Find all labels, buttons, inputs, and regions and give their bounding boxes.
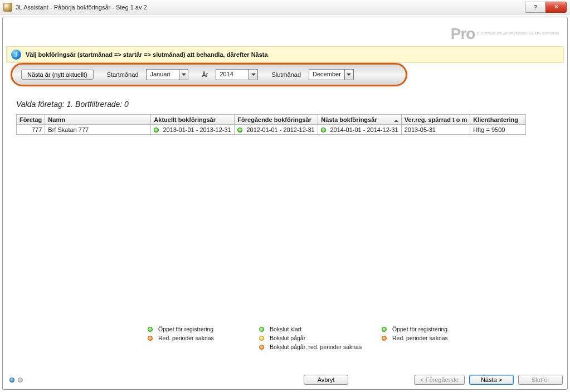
legend-label: Bokslut pågår (270, 335, 305, 341)
cell-foregaende-text: 2012-01-01 - 2012-12-31 (246, 126, 314, 133)
status-dot-green (148, 327, 153, 332)
col-nasta-label: Nästa bokföringsår (321, 116, 377, 123)
logo-text: Pro (451, 25, 475, 43)
col-namn[interactable]: Namn (45, 115, 151, 125)
footer-bar: Avbryt < Föregående Nästa > Slutför (7, 375, 563, 385)
finish-button[interactable]: Slutför (518, 375, 563, 385)
col-klient[interactable]: Klienthantering (470, 115, 526, 125)
info-text: Välj bokföringsår (startmånad => startår… (26, 51, 268, 58)
brand-logo: Pro 3L SYSTEMS GROUP PROFESSIONAL-ERA SO… (451, 22, 559, 46)
table-row[interactable]: 777 Brf Skatan 777 2013-01-01 - 2013-12-… (17, 125, 526, 135)
previous-button[interactable]: < Föregående (414, 375, 465, 385)
legend-empty (148, 344, 259, 350)
year-select[interactable]: 2014 (216, 69, 258, 80)
status-dot-orange (382, 336, 387, 341)
logo-subtext: 3L SYSTEMS GROUP PROFESSIONAL-ERA SOFTWA… (476, 32, 559, 36)
window-buttons: ? ✕ (525, 2, 567, 13)
selection-summary: Valda företag: 1. Bortfiltrerade: 0 (16, 100, 129, 109)
status-dot-green (237, 128, 242, 133)
sort-asc-icon (394, 117, 398, 122)
step-dot-active (9, 378, 14, 383)
parameter-strip: Nästa år (nytt aktuellt) Startmånad Janu… (11, 63, 407, 86)
end-month-label: Slutmånad (271, 71, 301, 78)
chevron-down-icon (344, 70, 353, 80)
company-grid[interactable]: Företag Namn Aktuellt bokföringsår Föreg… (16, 114, 526, 135)
chevron-down-icon (249, 70, 257, 80)
next-year-button[interactable]: Nästa år (nytt aktuellt) (21, 70, 94, 80)
legend-label: Red. perioder saknas (392, 335, 448, 341)
legend-empty (382, 344, 493, 350)
chevron-down-icon (179, 70, 188, 80)
legend-item: Öppet för registrering (148, 326, 259, 332)
cell-nasta: 2014-01-01 - 2014-12-31 (318, 125, 401, 135)
legend-item: Bokslut pågår (259, 335, 382, 341)
year-label: År (202, 71, 208, 78)
info-icon: i (11, 50, 21, 60)
status-dot-yellow (259, 336, 264, 341)
help-button[interactable]: ? (525, 2, 546, 13)
cell-foregaende: 2012-01-01 - 2012-12-31 (235, 125, 318, 135)
col-foregaende[interactable]: Föregående bokföringsår (235, 115, 318, 125)
legend-label: Red. perioder saknas (158, 335, 214, 341)
end-month-select[interactable]: December (309, 69, 354, 80)
status-dot-green (154, 128, 159, 133)
legend-label: Bokslut klart (270, 326, 301, 332)
title-bar: 3L Assistant - Påbörja bokföringsår - St… (0, 0, 570, 14)
cell-foretag: 777 (17, 125, 45, 135)
cancel-button[interactable]: Avbryt (304, 375, 348, 385)
close-button[interactable]: ✕ (545, 2, 567, 13)
help-icon: ? (534, 4, 537, 11)
next-button[interactable]: Nästa > (469, 375, 514, 385)
window-title: 3L Assistant - Påbörja bokföringsår - St… (16, 4, 525, 11)
wizard-step-dots (9, 378, 23, 383)
legend-label: Bokslut pågår, red. perioder saknas (270, 344, 362, 350)
step-dot-inactive (18, 378, 23, 383)
app-icon (3, 3, 12, 12)
legend-item: Red. perioder saknas (148, 335, 259, 341)
legend-item: Öppet för registrering (382, 326, 493, 332)
client-area: Pro 3L SYSTEMS GROUP PROFESSIONAL-ERA SO… (0, 14, 570, 392)
main-panel: Pro 3L SYSTEMS GROUP PROFESSIONAL-ERA SO… (2, 17, 568, 390)
close-icon: ✕ (554, 3, 559, 11)
legend: Öppet för registrering Bokslut klart Öpp… (148, 326, 493, 350)
col-verreg[interactable]: Ver.reg. spärrad t o m (401, 115, 470, 125)
start-month-value: Januari (147, 70, 179, 80)
legend-label: Öppet för registrering (392, 326, 447, 332)
legend-item: Bokslut klart (259, 326, 382, 332)
info-bar: i Välj bokföringsår (startmånad => start… (6, 46, 564, 63)
cell-aktuellt: 2013-01-01 - 2013-12-31 (151, 125, 235, 135)
legend-item: Red. perioder saknas (382, 335, 493, 341)
status-dot-green (382, 327, 387, 332)
cell-verreg: 2013-05-31 (401, 125, 470, 135)
start-month-label: Startmånad (107, 71, 139, 78)
col-foretag[interactable]: Företag (17, 115, 45, 125)
end-month-value: December (309, 70, 344, 80)
status-dot-orange (148, 336, 153, 341)
cell-klient: Hftg = 9500 (470, 125, 526, 135)
cell-nasta-text: 2014-01-01 - 2014-12-31 (330, 126, 398, 133)
start-month-select[interactable]: Januari (146, 69, 188, 80)
status-dot-green (259, 327, 264, 332)
cell-aktuellt-text: 2013-01-01 - 2013-12-31 (163, 126, 231, 133)
legend-item: Bokslut pågår, red. perioder saknas (259, 344, 382, 350)
legend-label: Öppet för registrering (158, 326, 213, 332)
status-dot-orange (259, 345, 264, 350)
status-dot-green (321, 128, 326, 133)
col-aktuellt[interactable]: Aktuellt bokföringsår (151, 115, 235, 125)
cell-namn: Brf Skatan 777 (45, 125, 151, 135)
year-value: 2014 (216, 70, 249, 80)
col-nasta[interactable]: Nästa bokföringsår (318, 115, 401, 125)
